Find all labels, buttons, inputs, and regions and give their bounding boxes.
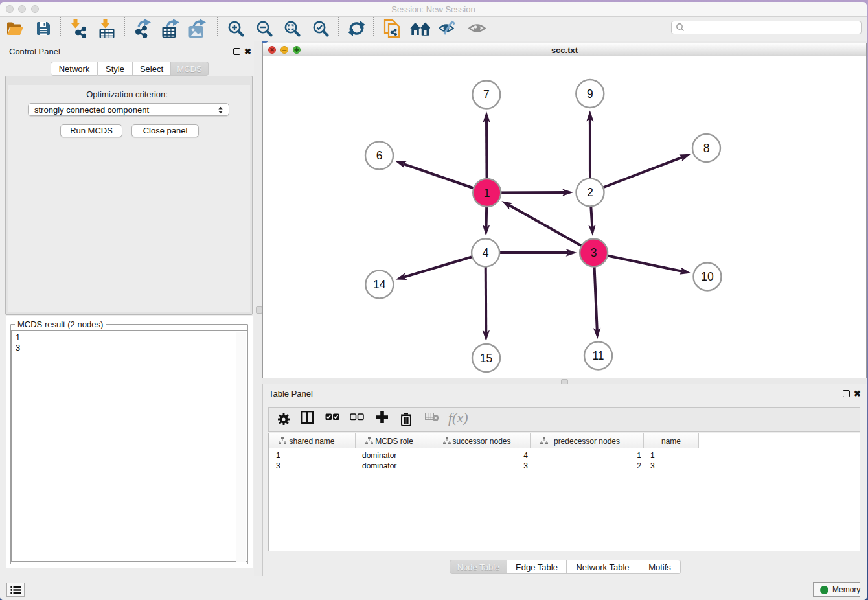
svg-text:3: 3 (591, 246, 597, 259)
svg-text:15: 15 (480, 352, 492, 365)
svg-text:14: 14 (373, 278, 386, 291)
svg-text:6: 6 (376, 149, 383, 162)
svg-text:4: 4 (483, 246, 489, 259)
svg-text:11: 11 (592, 349, 604, 362)
svg-text:10: 10 (701, 270, 714, 283)
svg-text:7: 7 (483, 88, 490, 101)
svg-text:9: 9 (587, 87, 593, 100)
svg-text:8: 8 (703, 142, 710, 155)
svg-text:2: 2 (587, 186, 593, 199)
svg-text:1: 1 (484, 187, 490, 200)
